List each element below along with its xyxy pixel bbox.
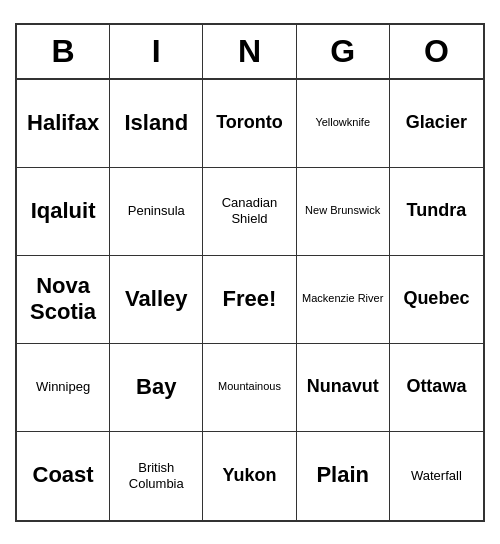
bingo-cell-17: Mountainous [203,344,296,432]
bingo-cell-16: Bay [110,344,203,432]
header-letter-o: O [390,25,483,78]
header-letter-i: I [110,25,203,78]
bingo-cell-6: Peninsula [110,168,203,256]
bingo-cell-1: Island [110,80,203,168]
bingo-cell-18: Nunavut [297,344,390,432]
bingo-cell-24: Waterfall [390,432,483,520]
header-letter-g: G [297,25,390,78]
bingo-cell-text-19: Ottawa [406,376,466,398]
bingo-cell-text-1: Island [125,110,189,136]
bingo-cell-text-14: Quebec [403,288,469,310]
bingo-cell-text-6: Peninsula [128,203,185,219]
bingo-cell-text-18: Nunavut [307,376,379,398]
bingo-cell-text-4: Glacier [406,112,467,134]
bingo-cell-8: New Brunswick [297,168,390,256]
bingo-cell-text-12: Free! [223,286,277,312]
bingo-cell-9: Tundra [390,168,483,256]
bingo-cell-5: Iqaluit [17,168,110,256]
bingo-cell-13: Mackenzie River [297,256,390,344]
bingo-cell-text-3: Yellowknife [315,116,370,129]
bingo-cell-12: Free! [203,256,296,344]
bingo-cell-text-21: British Columbia [114,460,198,491]
header-letter-n: N [203,25,296,78]
bingo-cell-3: Yellowknife [297,80,390,168]
bingo-card: BINGO HalifaxIslandTorontoYellowknifeGla… [15,23,485,522]
bingo-cell-2: Toronto [203,80,296,168]
bingo-cell-text-5: Iqaluit [31,198,96,224]
bingo-header: BINGO [17,25,483,80]
bingo-cell-text-0: Halifax [27,110,99,136]
bingo-cell-14: Quebec [390,256,483,344]
bingo-cell-text-9: Tundra [407,200,467,222]
bingo-cell-20: Coast [17,432,110,520]
bingo-cell-10: Nova Scotia [17,256,110,344]
bingo-cell-23: Plain [297,432,390,520]
bingo-cell-text-20: Coast [33,462,94,488]
bingo-cell-4: Glacier [390,80,483,168]
bingo-cell-text-2: Toronto [216,112,283,134]
bingo-cell-text-15: Winnipeg [36,379,90,395]
bingo-cell-text-13: Mackenzie River [302,292,383,305]
header-letter-b: B [17,25,110,78]
bingo-cell-22: Yukon [203,432,296,520]
bingo-cell-text-8: New Brunswick [305,204,380,217]
bingo-grid: HalifaxIslandTorontoYellowknifeGlacierIq… [17,80,483,520]
bingo-cell-text-16: Bay [136,374,176,400]
bingo-cell-text-17: Mountainous [218,380,281,393]
bingo-cell-21: British Columbia [110,432,203,520]
bingo-cell-text-10: Nova Scotia [21,273,105,326]
bingo-cell-0: Halifax [17,80,110,168]
bingo-cell-text-11: Valley [125,286,187,312]
bingo-cell-19: Ottawa [390,344,483,432]
bingo-cell-text-23: Plain [316,462,369,488]
bingo-cell-11: Valley [110,256,203,344]
bingo-cell-7: Canadian Shield [203,168,296,256]
bingo-cell-text-22: Yukon [222,465,276,487]
bingo-cell-text-24: Waterfall [411,468,462,484]
bingo-cell-15: Winnipeg [17,344,110,432]
bingo-cell-text-7: Canadian Shield [207,195,291,226]
